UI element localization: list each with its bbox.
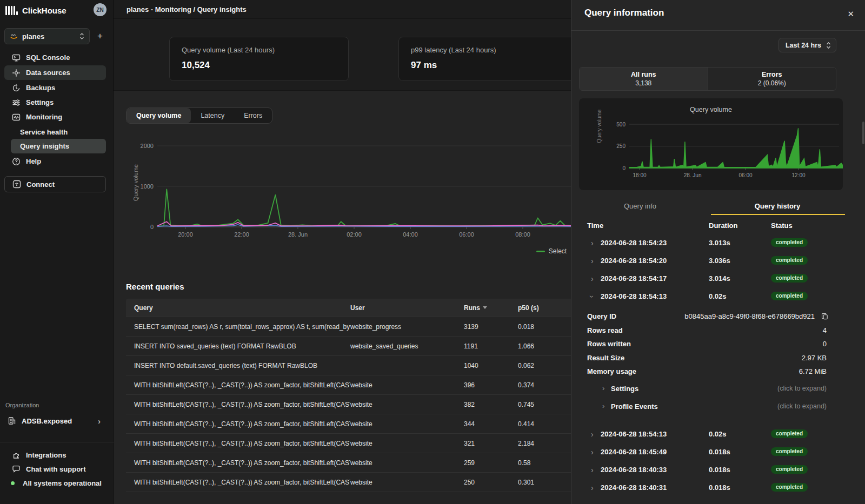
tab-errors[interactable]: Errors (234, 108, 272, 123)
tab-query-info[interactable]: Query info (571, 199, 709, 215)
service-selector[interactable]: planes (4, 28, 90, 44)
cell-runs: 321 (464, 440, 518, 447)
time-range-select[interactable]: Last 24 hrs (778, 38, 836, 52)
divider (571, 30, 865, 31)
cell-query: SELECT sum(read_rows) AS r, sum(total_ro… (126, 323, 350, 331)
col-header-query[interactable]: Query (126, 304, 350, 312)
segment-errors[interactable]: Errors 2 (0.06%) (708, 68, 836, 90)
cell-duration: 0.02s (709, 292, 727, 300)
history-row[interactable]: › 2024-06-28 18:54:17 3.014s completed (571, 270, 865, 288)
chevron-right-icon: › (591, 483, 594, 492)
tab-latency[interactable]: Latency (191, 108, 234, 123)
sidebar-item-monitoring[interactable]: Monitoring (4, 110, 106, 124)
detail-profile-events-expandable[interactable]: › Profile Events (click to expand) (587, 402, 831, 413)
segment-value: 3,138 (635, 79, 651, 87)
stat-value: 97 ms (411, 60, 437, 71)
col-header-duration: Duration (709, 221, 737, 230)
svg-text:28. Jun: 28. Jun (684, 172, 702, 178)
stat-value: 10,524 (182, 60, 210, 71)
help-icon (12, 157, 21, 166)
copy-icon[interactable] (821, 312, 829, 322)
expand-hint: (click to expand) (777, 385, 827, 392)
sidebar-item-service-health[interactable]: Service health (11, 125, 106, 139)
cell-runs: 344 (464, 420, 518, 428)
mini-query-volume-chart[interactable]: 025050018:0028. Jun06:0012:00 (598, 118, 843, 184)
svg-text:2000: 2000 (141, 143, 154, 149)
chevron-updown-icon (79, 32, 84, 40)
cell-duration: 0.02s (709, 430, 727, 438)
detail-value: 6.72 MiB (799, 367, 827, 375)
history-row[interactable]: › 2024-06-28 18:45:49 0.018s completed (571, 443, 865, 461)
svg-text:0: 0 (150, 224, 154, 230)
mini-chart-card: Query volume 025050018:0028. Jun06:0012:… (579, 98, 843, 190)
sliders-icon (12, 98, 21, 107)
organization-item[interactable]: ADSB.exposed › (4, 413, 106, 428)
cell-runs: 1191 (464, 342, 518, 350)
user-avatar[interactable]: ZN (94, 3, 107, 16)
sidebar-item-chat-support[interactable]: Chat with support (4, 462, 106, 476)
col-header-runs[interactable]: Runs (464, 304, 518, 312)
system-status-item[interactable]: All systems operational (4, 476, 106, 490)
cell-duration: 0.018s (709, 448, 730, 456)
connect-button[interactable]: Connect (4, 176, 106, 192)
chat-bubble-icon (12, 465, 21, 473)
panel-scrollbar[interactable] (862, 122, 864, 144)
stat-card-p99-latency: p99 latency (Last 24 hours) 97 ms (398, 37, 578, 81)
sidebar-item-data-sources[interactable]: Data sources (4, 65, 106, 80)
tab-query-history[interactable]: Query history (709, 199, 846, 215)
sidebar-item-backups[interactable]: Backups (4, 80, 106, 95)
add-service-button[interactable]: + (94, 30, 107, 43)
chevron-down-icon: › (588, 295, 596, 298)
svg-text:12:00: 12:00 (792, 172, 806, 178)
run-details: Query ID b0845aa9-a8c9-49f0-8f68-e678669… (571, 306, 865, 418)
detail-label: Memory usage (587, 367, 636, 375)
cell-runs: 259 (464, 459, 518, 467)
detail-memory-usage: Memory usage 6.72 MiB (587, 367, 831, 378)
detail-rows-written: Rows written 0 (587, 340, 831, 351)
legend-item-select[interactable]: Select (536, 247, 567, 255)
sidebar-item-settings[interactable]: Settings (4, 95, 106, 110)
cell-query: INSERT INTO default.saved_queries (text)… (126, 362, 350, 369)
clickhouse-logo-icon (5, 6, 18, 15)
status-badge: completed (771, 465, 808, 474)
sort-desc-icon (483, 306, 487, 309)
active-tab-underline (711, 214, 845, 215)
connect-icon (12, 180, 21, 189)
breadcrumb: planes - Monitoring / Query insights (127, 5, 247, 14)
sidebar-item-help[interactable]: Help (4, 154, 106, 169)
history-row[interactable]: › 2024-06-28 18:40:33 0.018s completed (571, 461, 865, 479)
col-header-user[interactable]: User (350, 304, 464, 312)
history-row[interactable]: › 2024-06-28 18:54:23 3.013s completed (571, 234, 865, 252)
sidebar-item-label: SQL Console (26, 53, 70, 62)
history-row-expanded[interactable]: › 2024-06-28 18:54:13 0.02s completed (571, 288, 865, 306)
segment-all-runs[interactable]: All runs 3,138 (580, 68, 708, 90)
brand[interactable]: ClickHouse (5, 3, 66, 17)
sidebar-item-sql-console[interactable]: SQL Console (4, 50, 106, 65)
organization-heading: Organization (5, 402, 39, 408)
history-row[interactable]: › 2024-06-28 18:54:20 3.036s completed (571, 252, 865, 270)
chevron-right-icon: › (591, 430, 594, 439)
cell-user: website (350, 459, 464, 467)
history-row[interactable]: › 2024-06-28 18:54:13 0.02s completed (571, 426, 865, 443)
cell-runs: 1040 (464, 362, 518, 369)
close-icon[interactable]: ✕ (847, 9, 854, 19)
detail-settings-expandable[interactable]: › Settings (click to expand) (587, 385, 831, 395)
history-row[interactable]: › 2024-06-28 18:40:31 0.018s completed (571, 479, 865, 497)
cell-time: 2024-06-28 18:45:49 (601, 448, 667, 456)
detail-label: Profile Events (611, 402, 658, 411)
cell-query: WITH bitShiftLeft(CAST(?..), _CAST(?..))… (126, 440, 350, 447)
sidebar-item-query-insights[interactable]: Query insights (11, 139, 106, 153)
chevron-right-icon: › (602, 384, 604, 392)
query-volume-chart[interactable]: 01000200020:0022:0028. Jun02:0004:0006:0… (132, 140, 597, 243)
tab-query-volume[interactable]: Query volume (127, 108, 191, 123)
cell-user: website_saved_queries (350, 342, 464, 350)
status-badge: completed (771, 256, 808, 265)
backups-icon (12, 84, 21, 92)
chevron-updown-icon (826, 42, 831, 49)
sidebar-item-integrations[interactable]: Integrations (4, 448, 106, 462)
brand-name: ClickHouse (22, 6, 66, 15)
recent-queries-heading: Recent queries (126, 282, 184, 291)
stat-label: Query volume (Last 24 hours) (182, 46, 275, 54)
svg-text:06:00: 06:00 (459, 231, 474, 238)
detail-label: Settings (611, 385, 638, 393)
